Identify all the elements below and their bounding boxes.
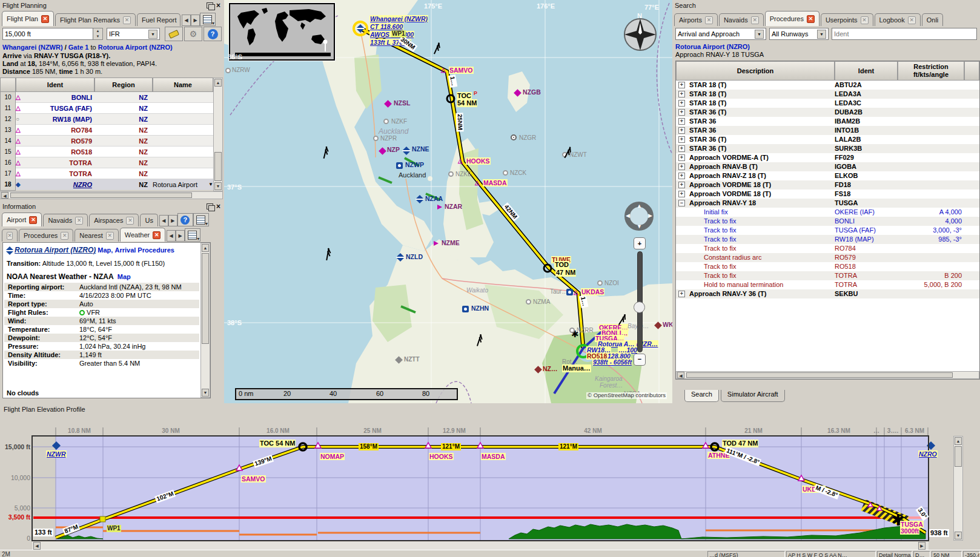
expand-icon[interactable]: + xyxy=(678,291,685,297)
tab-weather[interactable]: Weather✕ xyxy=(120,228,165,242)
close-tab-icon[interactable]: ✕ xyxy=(126,217,134,225)
navaid-icon-nzck[interactable] xyxy=(503,170,508,176)
map-label-tod[interactable]: TOD xyxy=(554,261,569,269)
tab-procedures[interactable]: Procedures✕ xyxy=(765,11,819,26)
navaid-icon-nzoi[interactable] xyxy=(597,280,603,286)
tree-row[interactable]: Track to fixRW18 (MAP)985, -3° xyxy=(676,235,979,244)
float-icon[interactable] xyxy=(207,2,213,8)
tree-row[interactable]: Track to fixRO518 xyxy=(676,262,979,271)
tree-row[interactable]: +Approach RNAV-Z 18 (T)ELKOB xyxy=(676,171,979,180)
tree-row[interactable]: +STAR 18 (T)LEDA3C xyxy=(676,99,979,108)
close-tab-icon[interactable]: ✕ xyxy=(705,16,713,24)
close-icon[interactable]: × xyxy=(216,203,220,209)
airport-heading-text[interactable]: Rotorua Airport (NZRO) xyxy=(15,246,96,254)
close-tab-icon[interactable]: ✕ xyxy=(61,232,68,240)
table-row[interactable]: 11△TUSGA (FAF)NZ xyxy=(0,103,213,114)
tree-row[interactable]: −Approach RNAV-Y 18TUSGA xyxy=(676,199,979,208)
departure-link[interactable]: Whangarei (NZWR) xyxy=(2,44,63,51)
tab-fuel-report[interactable]: Fuel Report xyxy=(137,13,180,26)
airport-icon-nzme[interactable] xyxy=(434,241,439,246)
destination-link[interactable]: Rotorua Airport (NZRO) xyxy=(98,44,173,51)
scroll-right-icon[interactable]: ▶ xyxy=(918,542,925,550)
waypoint-icon-masda[interactable]: △ xyxy=(475,179,480,186)
col-ident[interactable]: Ident xyxy=(835,61,898,81)
map-label-nzgb[interactable]: NZGB xyxy=(523,88,541,96)
expand-icon[interactable]: + xyxy=(678,118,685,125)
bottom-tab-simulator-aircraft[interactable]: Simulator Aircraft xyxy=(721,390,785,402)
tree-row[interactable]: +STAR 36IBAM2B xyxy=(676,117,979,126)
tree-row[interactable]: +STAR 18 (T)ABTU2A xyxy=(676,81,979,90)
help-button[interactable]: ? xyxy=(177,213,193,226)
map-label-nzar[interactable]: NZAR xyxy=(445,203,462,210)
tab-scroll-right-icon[interactable]: ▶ xyxy=(191,15,200,26)
expand-icon[interactable]: + xyxy=(678,91,685,97)
table-row[interactable]: 12○RW18 (MAP)NZ xyxy=(0,114,213,125)
navaid-icon-nzpr[interactable] xyxy=(373,136,379,141)
tab-logbook[interactable]: Logbook✕ xyxy=(875,13,921,26)
bottom-tab-search[interactable]: Search xyxy=(684,390,719,402)
map-label-nzwp[interactable]: NZWP xyxy=(405,161,424,168)
close-tab-icon[interactable]: ✕ xyxy=(7,232,13,240)
table-row[interactable]: 14△RO579NZ xyxy=(0,136,213,147)
pan-right-icon[interactable]: ▶ xyxy=(648,213,652,219)
arrival-procedures-link[interactable]: Arrival Procedures xyxy=(114,246,174,254)
pan-left-icon[interactable]: ◀ xyxy=(626,213,630,219)
tree-row[interactable]: Track to fixTUSGA (FAF)3,000, -3° xyxy=(676,226,979,235)
map-label-nzck[interactable]: NZCK xyxy=(510,170,526,177)
expand-icon[interactable]: + xyxy=(678,109,685,116)
tab-menu-button[interactable] xyxy=(193,213,209,226)
tree-row[interactable]: +STAR 36 (T)LALA2B xyxy=(676,135,979,144)
navaid-icon[interactable] xyxy=(225,68,231,73)
map-label-nzhn[interactable]: NZHN xyxy=(471,305,489,312)
expand-icon[interactable]: + xyxy=(678,145,685,152)
tree-row[interactable]: +Approach RNAV-B (T)IGOBA xyxy=(676,162,979,171)
runway-filter-dropdown[interactable]: All Runways▼ xyxy=(769,28,829,40)
search-airport-heading[interactable]: Rotorua Airport (NZRO) xyxy=(675,43,750,51)
col-restriction[interactable]: Restrictionft/kts/angle xyxy=(898,61,964,81)
map-label-nzne[interactable]: NZNE xyxy=(412,145,429,153)
expand-icon[interactable]: + xyxy=(678,154,685,161)
map-label-nzpr[interactable]: NZPR xyxy=(380,135,397,142)
tree-row[interactable]: +Approach RNAV-Y 36 (T)SEKBU xyxy=(676,289,979,298)
map-label-nzaa[interactable]: NZAA xyxy=(425,195,443,202)
profile-label-toc[interactable]: TOC 54 NM xyxy=(259,440,296,447)
map-label-nzld[interactable]: NZLD xyxy=(406,253,423,260)
waypoint-icon-hooks[interactable]: △ xyxy=(458,157,463,165)
spin-arrows-icon[interactable]: ▲▼ xyxy=(93,28,103,40)
airport-icon-nzkf[interactable] xyxy=(383,119,389,124)
profile-label-samvo[interactable]: SAMVO xyxy=(241,475,266,483)
profile-vscrollbar[interactable]: ▲ ▼ xyxy=(953,436,963,541)
scroll-up-icon[interactable]: ▲ xyxy=(202,244,209,252)
tab-navaids[interactable]: Navaids✕ xyxy=(43,214,88,226)
tree-row[interactable]: Track to fixTOTRAB 200 xyxy=(676,271,979,280)
profile-label-tod[interactable]: TOD 47 NM xyxy=(722,440,758,447)
map-label-nzma[interactable]: NZMA xyxy=(533,298,550,306)
cruise-altitude-input[interactable] xyxy=(2,28,93,40)
map-label-nzsl[interactable]: NZSL xyxy=(394,99,410,107)
close-tab-icon[interactable]: ✕ xyxy=(153,231,161,239)
expand-icon[interactable]: + xyxy=(678,82,685,88)
tab-flight-plan[interactable]: Flight Plan✕ xyxy=(2,11,54,26)
map-label-nzoi[interactable]: NZOI xyxy=(604,280,619,287)
scroll-down-icon[interactable]: ▼ xyxy=(955,532,962,539)
scroll-up-icon[interactable]: ▲ xyxy=(955,437,962,445)
map-label-nzwk[interactable]: WK xyxy=(663,321,672,328)
map-copyright[interactable]: © OpenStreetMap contributors xyxy=(586,392,667,399)
waypoint-icon-ukdas[interactable]: △ xyxy=(574,289,578,296)
table-row[interactable]: 16△TOTRANZ xyxy=(0,157,213,168)
expand-icon[interactable]: + xyxy=(678,191,685,197)
flightplan-vscrollbar[interactable]: ▲ ▼ xyxy=(213,77,223,191)
tab-procedures-info[interactable]: Procedures✕ xyxy=(19,229,73,242)
chevron-down-icon[interactable]: ▼ xyxy=(208,179,213,191)
tab-scroll-left-icon[interactable]: ◀ xyxy=(182,15,191,26)
zoom-in-button[interactable]: + xyxy=(634,237,646,249)
scroll-left-icon[interactable]: ◀ xyxy=(1,192,8,199)
profile-label-wp1[interactable]: WP1 xyxy=(107,525,121,532)
expand-icon[interactable]: + xyxy=(678,136,685,143)
table-row-selected[interactable]: 18◆NZRONZRotorua Airport▼ xyxy=(0,179,213,190)
scroll-left-icon[interactable]: ◀ xyxy=(677,372,684,378)
map-label-toc[interactable]: TOC xyxy=(457,92,472,100)
info-vscrollbar[interactable]: ▲ ▼ xyxy=(200,243,210,398)
profile-label-nzwr[interactable]: NZWR xyxy=(46,450,67,458)
airport-icon-tauranga[interactable] xyxy=(566,289,573,295)
